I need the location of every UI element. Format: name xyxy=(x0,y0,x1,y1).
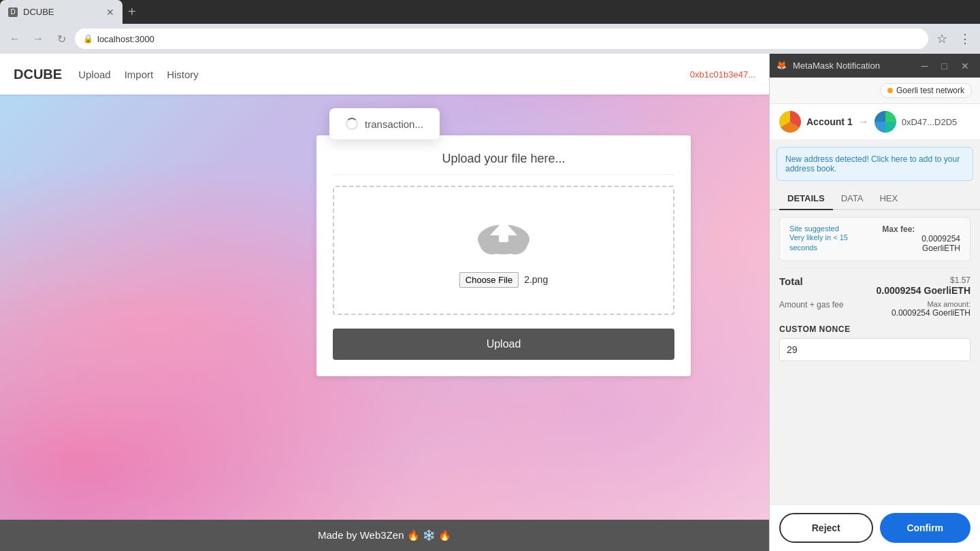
metamask-panel: 🦊 MetaMask Notification ─ □ ✕ Goerli tes… xyxy=(769,54,980,551)
tab-data[interactable]: DATA xyxy=(833,188,872,210)
max-amount-label: Max amount: xyxy=(892,300,970,308)
wallet-address: 0xb1c01b3e47... xyxy=(690,69,755,80)
background-area: transaction... Upload your file here... xyxy=(0,95,769,551)
total-eth: 0.0009254 GoerliETH xyxy=(876,285,970,296)
loading-spinner xyxy=(346,118,358,130)
mm-fee-section: Site suggested Very likely in < 15 secon… xyxy=(779,217,970,261)
account-name: Account 1 xyxy=(806,116,853,127)
network-name: Goerli test network xyxy=(896,86,964,95)
mm-maximize-button[interactable]: □ xyxy=(938,59,951,73)
mm-amount-row: Amount + gas fee Max amount: 0.0009254 G… xyxy=(779,300,970,318)
mm-network-badge[interactable]: Goerli test network xyxy=(880,83,972,98)
new-tab-button[interactable]: + xyxy=(122,4,142,20)
total-label: Total xyxy=(779,276,803,287)
nav-history[interactable]: History xyxy=(167,69,199,80)
address-bar[interactable]: 🔒 localhost:3000 xyxy=(75,29,928,49)
amount-plus-fee-label: Amount + gas fee xyxy=(779,300,843,310)
max-amount-value: 0.0009254 GoerliETH xyxy=(892,308,970,318)
main-content: DCUBE Upload Import History 0xb1c01b3e47… xyxy=(0,54,769,551)
mm-titlebar: 🦊 MetaMask Notification ─ □ ✕ xyxy=(770,54,980,78)
page-area: DCUBE Upload Import History 0xb1c01b3e47… xyxy=(0,54,980,551)
app-logo: DCUBE xyxy=(14,67,62,82)
mm-fee-row: Site suggested Very likely in < 15 secon… xyxy=(789,224,960,254)
upload-title: Upload your file here... xyxy=(333,152,674,175)
upload-button[interactable]: Upload xyxy=(333,329,674,360)
back-button[interactable]: ← xyxy=(5,29,24,48)
mm-tabs: DETAILS DATA HEX xyxy=(770,188,980,210)
recipient-avatar xyxy=(875,111,896,133)
url-text: localhost:3000 xyxy=(97,34,154,44)
nav-import[interactable]: Import xyxy=(125,69,154,80)
mm-nonce-section: CUSTOM NONCE xyxy=(779,324,970,361)
confirm-button[interactable]: Confirm xyxy=(880,513,971,543)
divider xyxy=(779,268,970,269)
upload-card: Upload your file here... Choose File 2.p… xyxy=(316,135,691,376)
forward-button[interactable]: → xyxy=(29,29,48,48)
mm-close-button[interactable]: ✕ xyxy=(957,59,973,73)
fee-left: Site suggested Very likely in < 15 secon… xyxy=(789,224,877,254)
mm-minimize-button[interactable]: ─ xyxy=(917,59,932,73)
reload-button[interactable]: ↻ xyxy=(52,29,71,48)
mm-notice[interactable]: New address detected! Click here to add … xyxy=(777,147,973,181)
max-fee-value: 0.0009254 GoerliETH xyxy=(882,234,960,253)
amount-values: Max amount: 0.0009254 GoerliETH xyxy=(892,300,970,318)
tab-title: DCUBE xyxy=(23,7,54,17)
site-suggested-label: Site suggested xyxy=(789,224,877,233)
total-usd: $1.57 xyxy=(876,276,970,285)
footer: Made by Web3Zen 🔥 ❄️ 🔥 xyxy=(0,520,769,551)
selected-file-name: 2.png xyxy=(524,274,548,285)
lock-icon: 🔒 xyxy=(83,34,93,44)
network-dot xyxy=(887,88,893,93)
active-tab[interactable]: D DCUBE ✕ xyxy=(0,0,122,24)
choose-file-button[interactable]: Choose File xyxy=(459,272,519,288)
mm-network-bar: Goerli test network xyxy=(770,78,980,104)
mm-total-row: Total $1.57 0.0009254 GoerliETH xyxy=(779,276,970,296)
metamask-favicon: 🦊 xyxy=(777,61,787,71)
nav-links: Upload Import History xyxy=(78,69,199,80)
dropzone[interactable]: Choose File 2.png xyxy=(333,186,674,315)
reject-button[interactable]: Reject xyxy=(779,513,873,543)
fee-right: Max fee: 0.0009254 GoerliETH xyxy=(882,224,960,253)
arrow-icon: → xyxy=(858,116,869,128)
profile-button[interactable]: ⋮ xyxy=(956,29,975,48)
bookmark-button[interactable]: ☆ xyxy=(932,29,951,48)
mm-footer: Reject Confirm xyxy=(770,504,980,551)
nonce-label: CUSTOM NONCE xyxy=(779,324,970,334)
nonce-input[interactable] xyxy=(779,338,970,361)
address-bar-row: ← → ↻ 🔒 localhost:3000 ☆ ⋮ xyxy=(0,24,980,54)
likely-time-label: Very likely in < 15 seconds xyxy=(789,233,877,254)
transaction-message: transaction... xyxy=(365,118,423,130)
mm-account-row: Account 1 → 0xD47...D2D5 xyxy=(770,104,980,140)
footer-text: Made by Web3Zen 🔥 ❄️ 🔥 xyxy=(318,529,451,541)
recipient-address: 0xD47...D2D5 xyxy=(902,117,958,127)
file-input-row: Choose File 2.png xyxy=(459,272,548,288)
tab-details[interactable]: DETAILS xyxy=(779,188,833,210)
tab-hex[interactable]: HEX xyxy=(871,188,906,210)
sender-avatar xyxy=(779,111,801,133)
tab-bar: D DCUBE ✕ + xyxy=(0,0,980,24)
total-values: $1.57 0.0009254 GoerliETH xyxy=(876,276,970,296)
nav-upload[interactable]: Upload xyxy=(78,69,111,80)
app-header: DCUBE Upload Import History 0xb1c01b3e47… xyxy=(0,54,769,95)
transaction-toast: transaction... xyxy=(329,108,440,139)
tab-favicon: D xyxy=(8,7,18,17)
max-fee-label: Max fee: xyxy=(882,224,960,234)
mm-body: Site suggested Very likely in < 15 secon… xyxy=(770,210,980,504)
cloud-upload-icon xyxy=(473,214,534,261)
mm-title: MetaMask Notification xyxy=(793,61,912,71)
tab-close-button[interactable]: ✕ xyxy=(106,7,114,18)
